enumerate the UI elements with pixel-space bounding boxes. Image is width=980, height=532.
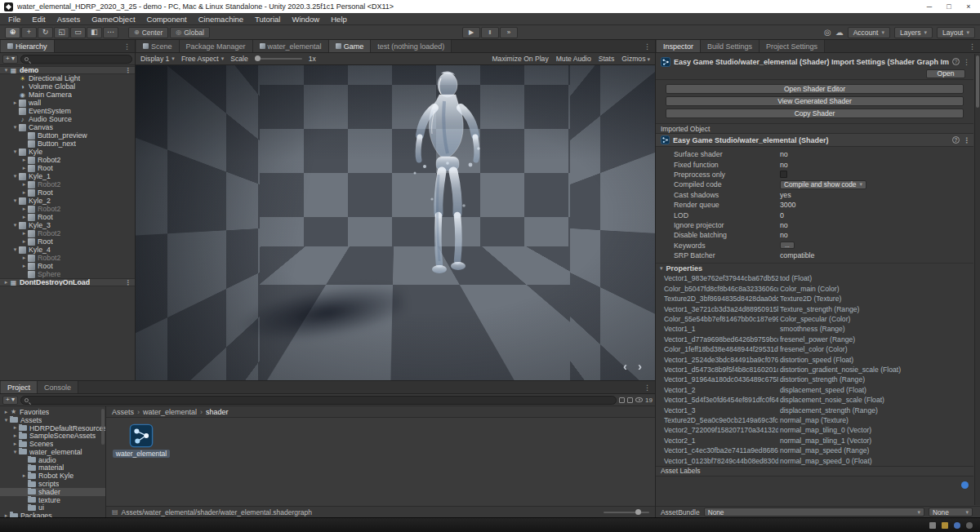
search-by-label-icon[interactable] xyxy=(627,397,633,403)
foldout-arrow[interactable]: ▸ xyxy=(20,238,28,245)
hierarchy-item[interactable]: ▸Root xyxy=(0,213,135,221)
play-button[interactable]: ▶ xyxy=(462,27,480,38)
project-folder[interactable]: scripts xyxy=(0,480,105,488)
tab-scene[interactable]: Scene xyxy=(136,40,180,52)
project-folder[interactable]: ▸HDRPDefaultResources xyxy=(0,424,105,432)
foldout-arrow[interactable]: ▾ xyxy=(11,124,19,131)
properties-foldout[interactable]: ▾ Properties xyxy=(656,263,973,273)
foldout-arrow[interactable]: ▸ xyxy=(20,472,28,479)
next-button[interactable]: › xyxy=(638,361,642,372)
aspect-dropdown[interactable]: Free Aspect▾ xyxy=(181,55,224,63)
game-toolbar-gizmos-button[interactable]: Gizmos ▾ xyxy=(621,55,650,63)
foldout-arrow[interactable]: ▾ xyxy=(2,67,10,73)
kebab-menu-icon[interactable]: ⋮ xyxy=(963,136,970,144)
tab-hierarchy[interactable]: Hierarchy xyxy=(1,40,55,52)
foldout-arrow[interactable]: ▸ xyxy=(20,214,28,220)
tab-console[interactable]: Console xyxy=(38,381,78,393)
hierarchy-item[interactable]: ▾Kyle_1 xyxy=(0,172,135,180)
foldout-arrow[interactable]: ▸ xyxy=(20,165,28,171)
hierarchy-item[interactable]: ▸Root xyxy=(0,164,135,172)
hierarchy-item[interactable]: Volume Global xyxy=(0,82,135,91)
help-icon[interactable]: ? xyxy=(952,58,960,65)
rect-tool-button[interactable]: ▭ xyxy=(70,27,86,38)
space-toggle-button[interactable]: ◎Global xyxy=(170,27,210,38)
hierarchy-item[interactable]: Audio Source xyxy=(0,115,135,123)
tab-water-elemental[interactable]: water_elemental xyxy=(253,40,329,52)
custom-tool-button[interactable]: ⋯ xyxy=(103,27,118,38)
foldout-arrow[interactable]: ▸ xyxy=(2,512,10,517)
hierarchy-item[interactable]: Sphere xyxy=(0,270,135,278)
view-generated-shader-button[interactable]: View Generated Shader xyxy=(666,96,964,106)
project-folder[interactable]: shader xyxy=(0,488,105,496)
project-folder[interactable]: ▸Robot Kyle xyxy=(0,472,105,480)
icon-size-slider-thumb[interactable] xyxy=(635,509,641,515)
kebab-menu-icon[interactable]: ⋮ xyxy=(125,67,135,74)
hierarchy-item[interactable]: ▸Robot2 xyxy=(0,156,135,164)
inspector-scrollbar-thumb[interactable] xyxy=(976,55,979,108)
menu-edit[interactable]: Edit xyxy=(26,15,51,24)
foldout-arrow[interactable]: ▸ xyxy=(20,157,28,163)
project-folder[interactable]: ▾Assets xyxy=(0,416,105,424)
hierarchy-item[interactable]: ▸Robot2 xyxy=(0,205,135,213)
step-button[interactable]: » xyxy=(500,27,518,38)
scale-slider[interactable] xyxy=(255,58,302,60)
copy-shader-button[interactable]: Copy Shader xyxy=(666,109,964,118)
rotate-tool-button[interactable]: ↻ xyxy=(38,27,53,38)
asset-tile-water-elemental[interactable]: water_elemental xyxy=(114,423,168,458)
create-menu-button[interactable]: + ▾ xyxy=(2,55,18,64)
kebab-menu-icon[interactable]: ⋮ xyxy=(639,383,655,393)
cloud-icon[interactable]: ☁ xyxy=(835,28,844,37)
hierarchy-item[interactable]: ▸Robot2 xyxy=(0,180,135,188)
hierarchy-item[interactable]: Main Camera xyxy=(0,91,135,99)
hierarchy-item[interactable]: ▾Canvas xyxy=(0,123,135,131)
asset-grid[interactable]: water_elemental xyxy=(106,418,655,506)
menu-file[interactable]: File xyxy=(2,15,26,24)
hierarchy-item[interactable]: ▸Root xyxy=(0,262,135,270)
transform-tool-button[interactable]: ◧ xyxy=(87,27,102,38)
project-folder[interactable]: material xyxy=(0,464,105,472)
breadcrumb-item[interactable]: shader xyxy=(206,408,229,416)
menu-help[interactable]: Help xyxy=(325,15,353,24)
tab-project[interactable]: Project xyxy=(1,381,38,393)
foldout-arrow[interactable]: ▸ xyxy=(20,181,28,188)
hierarchy-search-input[interactable] xyxy=(20,55,132,64)
project-tree-scrollbar[interactable] xyxy=(101,409,105,445)
hierarchy-item[interactable]: ▾Kyle_4 xyxy=(0,246,135,254)
project-folder[interactable]: ▾water_elemental xyxy=(0,448,105,456)
foldout-arrow[interactable]: ▸ xyxy=(11,100,19,106)
kebab-menu-icon[interactable]: ⋮ xyxy=(125,279,135,286)
kebab-menu-icon[interactable]: ⋮ xyxy=(964,42,980,52)
tab-package-manager[interactable]: Package Manager xyxy=(180,40,253,52)
foldout-arrow[interactable]: ▾ xyxy=(11,222,19,228)
kebab-menu-icon[interactable]: ⋮ xyxy=(963,58,970,66)
minimize-button[interactable]: ─ xyxy=(920,2,939,11)
menu-cinemachine[interactable]: Cinemachine xyxy=(193,15,249,24)
account-dropdown[interactable]: Account▾ xyxy=(848,27,890,38)
hierarchy-item[interactable]: ▾Kyle_2 xyxy=(0,197,135,205)
breadcrumb-item[interactable]: water_elemental xyxy=(143,408,197,416)
close-button[interactable]: × xyxy=(959,2,978,11)
project-folder[interactable]: ▸Favorites xyxy=(0,408,105,416)
maximize-button[interactable]: □ xyxy=(939,2,959,11)
icon-size-slider[interactable] xyxy=(604,512,649,513)
hierarchy-item[interactable]: Button_preview xyxy=(0,131,135,140)
assetbundle-variant-dropdown[interactable]: None▾ xyxy=(929,508,973,516)
tab-project-settings[interactable]: Project Settings xyxy=(760,40,825,52)
compile-and-show-code-dropdown[interactable]: Compile and show code▾ xyxy=(780,180,866,189)
hierarchy-item[interactable]: Button_next xyxy=(0,140,135,148)
kebab-menu-icon[interactable]: ⋮ xyxy=(639,42,655,52)
hierarchy-item[interactable]: ▸Root xyxy=(0,237,135,246)
label-picker-icon[interactable] xyxy=(961,481,969,489)
open-shader-editor-button[interactable]: Open Shader Editor xyxy=(666,84,964,94)
preview-button[interactable]: ‹ xyxy=(623,361,627,372)
project-folder[interactable]: texture xyxy=(0,496,105,504)
foldout-arrow[interactable]: ▾ xyxy=(11,246,19,253)
keywords-button[interactable]: ... xyxy=(780,242,795,249)
breadcrumb-item[interactable]: Assets xyxy=(112,408,134,416)
foldout-arrow[interactable]: ▸ xyxy=(20,255,28,261)
inspector-scrollbar[interactable] xyxy=(974,54,980,505)
hidden-packages-icon[interactable] xyxy=(635,397,643,402)
menu-window[interactable]: Window xyxy=(286,15,325,24)
foldout-arrow[interactable]: ▸ xyxy=(20,189,28,196)
tab-test-nothing-loaded[interactable]: test (nothing loaded) xyxy=(371,40,452,52)
